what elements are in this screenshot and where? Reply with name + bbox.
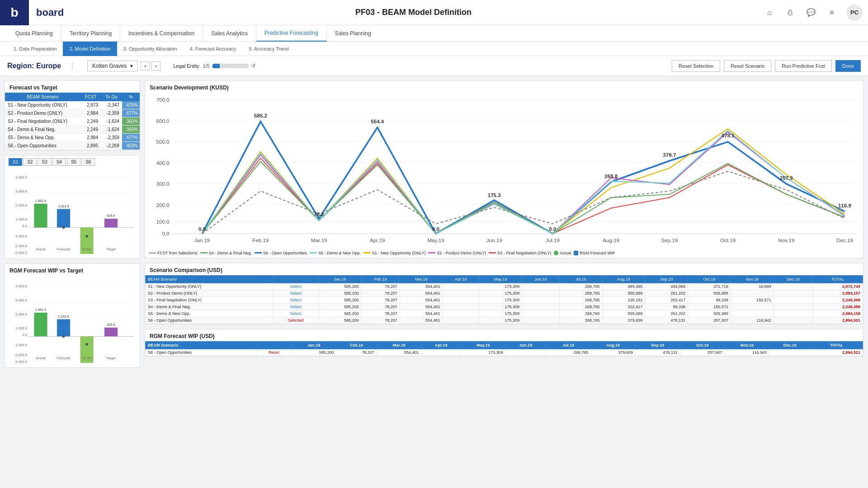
fvt-scenario: S1 - New Opportunity (ONLY) — [5, 101, 81, 109]
sc-cell — [522, 303, 559, 310]
tab-s4[interactable]: S4 — [52, 158, 66, 166]
nav-quota-planning[interactable]: Quota Planning — [7, 25, 61, 42]
svg-text:78.2: 78.2 — [314, 211, 324, 217]
sc-col-8: Jul.19 — [559, 275, 602, 283]
sc-row: S5 - Demo & New Opp.Select585,20078,2075… — [146, 310, 863, 317]
fvt-col-togo: To Go — [101, 93, 122, 101]
sc-cell: 78,207 — [361, 290, 400, 296]
scenario-dev-title: Scenario Development (KUSD) — [145, 81, 863, 93]
sc-cell — [443, 290, 479, 296]
next-user-button[interactable]: › — [151, 61, 160, 70]
fvt-scenario: S2 - Product Demo (ONLY) — [5, 109, 81, 117]
subnav-model-def[interactable]: 2. Model Definition — [63, 42, 117, 56]
sc-cell: 175,309 — [479, 310, 522, 317]
sc-cell: 371,719 — [688, 283, 731, 290]
sc-cell: 485,485 — [602, 283, 645, 290]
sc-scenario: S1 - New Opportunity (ONLY) — [146, 283, 274, 290]
svg-text:-2,000.0: -2,000.0 — [14, 244, 27, 248]
chart-legend: FCST from Salesforce S4 - Demo & Final N… — [145, 249, 863, 258]
done-button[interactable]: Done — [835, 60, 861, 72]
reset-scenario-button[interactable]: Reset Scenario — [724, 60, 771, 72]
svg-text:May.19: May.19 — [427, 237, 444, 243]
tab-s5[interactable]: S5 — [67, 158, 80, 166]
svg-text:1,000.0: 1,000.0 — [15, 217, 28, 221]
tab-s2[interactable]: S2 — [23, 158, 37, 166]
nav-territory-planning[interactable]: Territory Planning — [61, 25, 120, 42]
sc-col-14: TOTAL — [812, 275, 863, 283]
fvt-fcst: 2,984 — [81, 109, 101, 117]
rgm-cell — [421, 349, 461, 356]
run-predictive-button[interactable]: Run Predictive Fcst — [775, 60, 831, 72]
sc-action[interactable]: Select — [273, 283, 318, 290]
sc-cell: 585,200 — [318, 283, 361, 290]
subnav-acc-trend[interactable]: 5. Accuracy Trend — [242, 42, 295, 56]
subnav-opp-alloc[interactable]: 3. Opportunity Allocation — [117, 42, 184, 56]
svg-text:300.0: 300.0 — [156, 181, 170, 187]
user-name: Kolten Graves — [92, 63, 127, 69]
topbar: b board PF03 - BEAM Model Definition ⌂ ⎙… — [0, 0, 868, 25]
rgm-wip-table-wrap: BEAM ScenarioJan.19Feb.19Mar.19Apr.19May… — [145, 341, 863, 356]
sc-scenario: S4 - Demo & Final Neg. — [146, 303, 274, 310]
rgm-wip-table: BEAM ScenarioJan.19Feb.19Mar.19Apr.19May… — [145, 341, 863, 356]
svg-text:500.0: 500.0 — [156, 139, 170, 145]
sc-cell: 585,200 — [318, 317, 361, 324]
fvt-title: Forecast vs Target — [5, 81, 140, 93]
nav-sales-analytics[interactable]: Sales Analytics — [203, 25, 256, 42]
rgm-cell: 478,131 — [635, 349, 680, 356]
sc-cell: 99,338 — [645, 303, 688, 310]
svg-text:To Go: To Go — [82, 247, 92, 251]
subnav-data-prep[interactable]: 1. Data Preparation — [7, 42, 63, 56]
legal-entity-label: Legal Entity — [173, 63, 199, 69]
legend-fcst-salesforce: FCST from Salesforce — [149, 251, 198, 255]
svg-text:Mar.19: Mar.19 — [311, 237, 327, 243]
rgm-col-3: Feb.19 — [336, 341, 377, 349]
menu-icon[interactable]: ≡ — [826, 6, 838, 19]
sc-header-row: BEAM ScenarioJan.19Feb.19Mar.19Apr.19May… — [146, 275, 863, 283]
fvt-pct: 477% — [122, 134, 140, 142]
svg-text:268.8: 268.8 — [604, 173, 618, 179]
rgm-action[interactable]: Reset — [256, 349, 292, 356]
home-icon[interactable]: ⌂ — [763, 6, 776, 19]
sc-action[interactable]: Selected — [273, 317, 318, 324]
scenario-comparison-table-wrap: BEAM ScenarioJan.19Feb.19Mar.19Apr.19May… — [145, 275, 863, 324]
nav-incentives[interactable]: Incentives & Compensation — [120, 25, 203, 42]
svg-text:Oct.19: Oct.19 — [720, 237, 736, 243]
sc-cell: 175,309 — [479, 283, 522, 290]
fvt-table: BEAM Scenario FCST To Go % S1 - New Oppo… — [5, 93, 140, 150]
sc-cell: 2,972,743 — [812, 283, 863, 290]
svg-text:4,000.0: 4,000.0 — [15, 284, 28, 288]
tab-s1[interactable]: S1 — [9, 158, 22, 166]
legend-actual: Actual — [554, 251, 571, 255]
rgm-cell: 585,200 — [292, 349, 336, 356]
nav-sales-planning[interactable]: Sales Planning — [327, 25, 379, 42]
sc-action[interactable]: Select — [273, 290, 318, 296]
tab-s6[interactable]: S6 — [81, 158, 95, 166]
svg-text:Actual: Actual — [36, 356, 46, 360]
refresh-icon[interactable]: ↺ — [251, 63, 255, 69]
reset-selection-button[interactable]: Reset Selection — [672, 60, 720, 72]
nav-predictive-forecasting[interactable]: Predictive Forecasting — [256, 25, 327, 42]
sc-cell: 257,007 — [688, 317, 731, 324]
user-avatar[interactable]: PC — [846, 5, 863, 21]
sc-cell: 268,765 — [559, 283, 602, 290]
subnav-forecast-acc[interactable]: 4. Forecast Accuracy — [184, 42, 243, 56]
user-dropdown[interactable]: Kolten Graves ▾ — [87, 61, 138, 71]
tab-s3[interactable]: S3 — [38, 158, 51, 166]
svg-text:Forecast: Forecast — [57, 356, 71, 360]
fvt-row: S6 - Open Opportunities 2,895 -2,269 463… — [5, 142, 140, 150]
svg-text:Target: Target — [106, 247, 116, 251]
rgm-col-12: Nov.19 — [725, 341, 769, 349]
svg-text:1,661.9: 1,661.9 — [35, 308, 46, 312]
fvt-togo: -2,269 — [101, 142, 122, 150]
chat-icon[interactable]: 💬 — [805, 6, 817, 19]
sc-col-0: BEAM Scenario — [146, 275, 274, 283]
prev-user-button[interactable]: ‹ — [141, 61, 150, 70]
sc-action[interactable]: Select — [273, 296, 318, 303]
sc-action[interactable]: Select — [273, 310, 318, 317]
sc-action[interactable]: Select — [273, 303, 318, 310]
toolbar-actions: Reset Selection Reset Scenario Run Predi… — [672, 60, 861, 72]
print-icon[interactable]: ⎙ — [784, 6, 797, 19]
sc-cell: 554,401 — [400, 296, 443, 303]
toolbar: Region: Europe Kolten Graves ▾ ‹ › Legal… — [0, 56, 868, 76]
sc-cell: 78,207 — [361, 310, 400, 317]
